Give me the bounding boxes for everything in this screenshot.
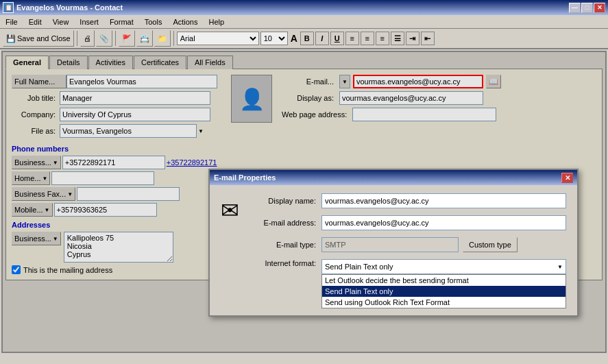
main-window: General Details Activities Certificates … <box>1 51 607 353</box>
menu-insert[interactable]: Insert <box>77 17 101 27</box>
format-separator-icon: A <box>291 33 297 44</box>
internet-format-selected: Send Plain Text only <box>325 263 393 271</box>
modal-displayname-row: Display name: <box>246 193 566 208</box>
menu-actions[interactable]: Actions <box>170 17 200 27</box>
modal-title: E-mail Properties <box>214 173 276 182</box>
align-left-button[interactable]: ≡ <box>345 32 359 45</box>
print-icon: 🖨 <box>84 34 91 43</box>
toolbar-separator-2 <box>115 31 116 46</box>
maximize-button[interactable]: □ <box>581 3 593 13</box>
menu-help[interactable]: Help <box>206 17 227 27</box>
print-button[interactable]: 🖨 <box>80 30 95 47</box>
modal-emailtype-row: E-mail type: Custom type <box>246 237 566 252</box>
title-bar: 📋 Evangelos Vourmas - Contact — □ ✕ <box>0 0 608 15</box>
app-icon: 📋 <box>3 2 14 13</box>
modal-internetformat-label: Internet format: <box>246 259 321 267</box>
internet-format-dropdown[interactable]: Send Plain Text only ▼ <box>321 259 566 274</box>
modal-displayname-input[interactable] <box>321 193 566 208</box>
modal-emailaddress-input[interactable] <box>321 215 566 230</box>
custom-type-button[interactable]: Custom type <box>463 237 518 252</box>
window-controls: — □ ✕ <box>569 3 605 13</box>
underline-button[interactable]: U <box>330 32 344 45</box>
font-select[interactable]: Arial <box>177 32 259 45</box>
toolbar-separator-3 <box>173 31 174 46</box>
save-icon: 💾 <box>6 34 16 43</box>
menu-bar: File Edit View Insert Format Tools Actio… <box>0 15 608 29</box>
toolbar: 💾 Save and Close 🖨 📎 🚩 📇 📁 Arial 10 A B … <box>0 29 608 49</box>
save-label: Save and Close <box>17 34 71 43</box>
menu-format[interactable]: Format <box>107 17 136 27</box>
email-properties-modal: E-mail Properties ✕ ✉ Display name: <box>208 169 579 317</box>
email-properties-icon: ✉ <box>221 197 239 223</box>
outdent-button[interactable]: ⇤ <box>421 32 435 45</box>
toolbar-separator-1 <box>77 31 77 46</box>
align-center-button[interactable]: ≡ <box>361 32 374 45</box>
menu-view[interactable]: View <box>50 17 72 27</box>
contacts-icon: 📇 <box>140 34 149 43</box>
bold-button[interactable]: B <box>300 32 314 45</box>
indent-button[interactable]: ⇥ <box>406 32 419 45</box>
close-button[interactable]: ✕ <box>594 3 605 13</box>
font-size-select[interactable]: 10 <box>260 32 288 45</box>
menu-tools[interactable]: Tools <box>142 17 165 27</box>
format-option-1[interactable]: Let Outlook decide the best sending form… <box>322 275 566 286</box>
contacts-button[interactable]: 📇 <box>136 30 153 47</box>
format-option-3[interactable]: Send using Outlook Rich Text Format <box>322 297 566 308</box>
internet-format-arrow: ▼ <box>557 264 563 270</box>
italic-button[interactable]: I <box>315 32 329 45</box>
categories-icon: 📁 <box>158 34 167 43</box>
modal-title-bar: E-mail Properties ✕ <box>210 170 577 185</box>
attach-icon: 📎 <box>99 34 109 43</box>
format-option-2[interactable]: Send Plain Text only <box>322 286 566 297</box>
modal-displayname-label: Display name: <box>246 197 321 205</box>
flag-button[interactable]: 🚩 <box>119 30 135 47</box>
categories-button[interactable]: 📁 <box>154 30 171 47</box>
internet-format-list: Let Outlook decide the best sending form… <box>321 274 566 308</box>
menu-file[interactable]: File <box>3 17 21 27</box>
menu-edit[interactable]: Edit <box>26 17 45 27</box>
modal-emailaddress-label: E-mail address: <box>246 219 321 227</box>
align-right-button[interactable]: ≡ <box>376 32 389 45</box>
modal-internetformat-row: Internet format: Send Plain Text only ▼ … <box>246 259 566 274</box>
modal-emailtype-label: E-mail type: <box>246 241 321 249</box>
modal-body: ✉ Display name: E-mail address: <box>210 185 577 289</box>
window-title: Evangelos Vourmas - Contact <box>16 3 123 12</box>
flag-icon: 🚩 <box>122 34 132 43</box>
internet-format-dropdown-container: Send Plain Text only ▼ Let Outlook decid… <box>321 259 566 274</box>
save-close-button[interactable]: 💾 Save and Close <box>3 30 74 47</box>
attach-button[interactable]: 📎 <box>96 30 112 47</box>
minimize-button[interactable]: — <box>569 3 581 13</box>
modal-emailtype-input <box>321 237 459 252</box>
modal-close-button[interactable]: ✕ <box>561 173 573 183</box>
bullet-button[interactable]: ☰ <box>391 32 404 45</box>
modal-emailaddress-row: E-mail address: <box>246 215 566 230</box>
